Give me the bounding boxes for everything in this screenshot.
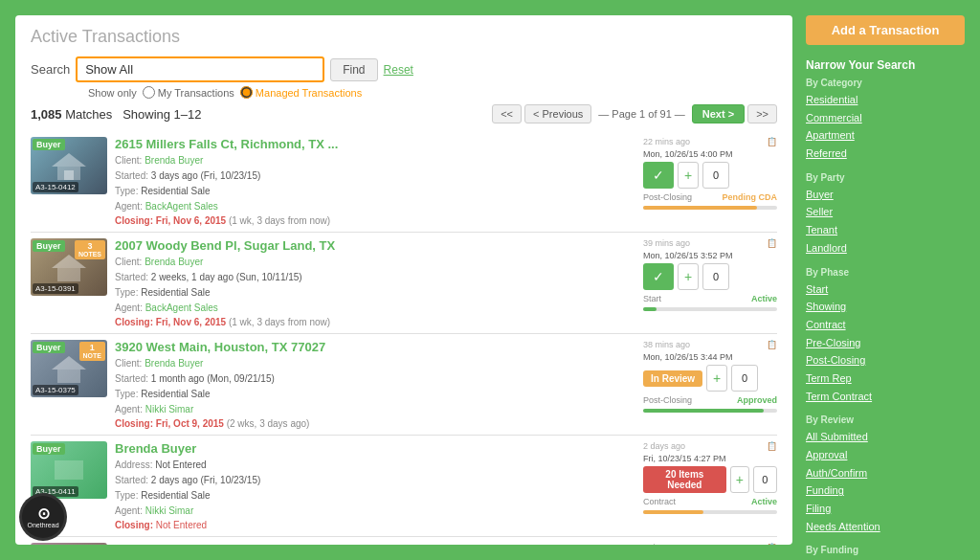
count-button[interactable]: 0 bbox=[702, 162, 729, 189]
sidebar-item-auth-confirm[interactable]: Auth/Confirm bbox=[806, 464, 965, 482]
add-button[interactable]: + bbox=[730, 466, 749, 493]
type-badge: Buyer bbox=[33, 342, 65, 353]
by-party-label: By Party bbox=[806, 172, 965, 183]
transaction-address[interactable]: 3920 West Main, Houston, TX 77027 bbox=[115, 340, 635, 354]
pagination-controls: << < Previous — Page 1 of 91 — Next > >> bbox=[492, 104, 777, 123]
sidebar-item-contract[interactable]: Contract bbox=[806, 316, 965, 334]
by-category-label: By Category bbox=[806, 78, 965, 88]
managed-transactions-radio[interactable]: Managed Transactions bbox=[240, 86, 362, 99]
add-transaction-button[interactable]: Add a Transaction bbox=[806, 15, 965, 45]
type-badge: Buyer bbox=[33, 139, 65, 150]
transaction-info: 2615 Millers Falls Ct, Richmond, TX ... … bbox=[115, 137, 635, 226]
sidebar-item-all-submitted[interactable]: All Submitted bbox=[806, 428, 965, 446]
sidebar-item-landlord[interactable]: Landlord bbox=[806, 239, 965, 258]
sidebar-item-funding[interactable]: Funding bbox=[806, 482, 965, 500]
sidebar-item-buyer[interactable]: Buyer bbox=[806, 186, 965, 204]
sidebar-item-pre-closing[interactable]: Pre-Closing bbox=[806, 334, 965, 352]
approve-button[interactable]: ✓ bbox=[643, 263, 674, 290]
count-button[interactable]: 0 bbox=[753, 466, 777, 493]
sidebar-item-filing[interactable]: Filing bbox=[806, 500, 965, 518]
type-badge: Buyer bbox=[33, 443, 65, 455]
sidebar-funding-section: By Funding Table Funding Standard Fundin… bbox=[806, 545, 965, 560]
sidebar-item-commercial[interactable]: Commercial bbox=[806, 109, 965, 127]
table-row: Buyer A3-15-0411 Brenda Buyer Address: N… bbox=[31, 436, 777, 537]
sidebar-item-showing[interactable]: Showing bbox=[806, 298, 965, 316]
sidebar-item-seller[interactable]: Seller bbox=[806, 203, 965, 221]
sidebar-item-referred[interactable]: Referred bbox=[806, 145, 965, 163]
updated-time: 38 mins ago 📋 bbox=[643, 340, 777, 349]
notes-badge: 1NOTE bbox=[79, 342, 105, 361]
approve-button[interactable]: ✓ bbox=[643, 162, 674, 189]
transaction-details: Address: Not Entered Started: 2 days ago… bbox=[115, 458, 635, 519]
snapshot-icon[interactable]: 📋 bbox=[767, 340, 777, 349]
transaction-status: 22 mins ago 📋 Mon, 10/26/15 4:00 PM ✓ + … bbox=[643, 137, 777, 226]
transaction-status: 2 days ago 📋 Fri, 10/23/15 4:27 PM 20 It… bbox=[643, 441, 777, 530]
table-row: Buyer 1NOTE A3-15-0407 2907 Zachary Bend… bbox=[31, 537, 777, 545]
sidebar-item-residential[interactable]: Residential bbox=[806, 91, 965, 109]
onethread-logo: ⊙ Onethread bbox=[19, 493, 67, 541]
show-only-label: Show only bbox=[88, 87, 137, 99]
updated-time: 22 mins ago 📋 bbox=[643, 137, 777, 146]
find-button[interactable]: Find bbox=[330, 58, 377, 81]
table-row: Buyer A3-15-0412 2615 Millers Falls Ct, … bbox=[31, 131, 777, 233]
search-bar: Search Find Reset bbox=[31, 56, 777, 82]
search-input[interactable] bbox=[76, 56, 324, 82]
transaction-address[interactable]: 2907 Zachary Bend Ln, Katy, TX 77494 bbox=[115, 543, 635, 545]
property-image: Buyer A3-15-0412 bbox=[31, 137, 107, 194]
narrow-search-title: Narrow Your Search bbox=[806, 58, 965, 72]
updated-time: 39 mins ago 📋 bbox=[643, 238, 777, 248]
snapshot-icon[interactable]: 📋 bbox=[767, 543, 777, 545]
in-review-button[interactable]: In Review bbox=[643, 370, 702, 387]
snapshot-icon[interactable]: 📋 bbox=[767, 137, 777, 146]
by-phase-label: By Phase bbox=[806, 267, 965, 278]
search-label: Search bbox=[31, 62, 70, 77]
transaction-details: Client: Brenda Buyer Started: 2 weeks, 1… bbox=[115, 255, 635, 316]
transaction-address[interactable]: 2007 Woody Bend Pl, Sugar Land, TX bbox=[115, 238, 635, 253]
first-page-button[interactable]: << bbox=[492, 104, 522, 123]
transaction-list: Buyer A3-15-0412 2615 Millers Falls Ct, … bbox=[31, 131, 777, 545]
sidebar-item-approval[interactable]: Approval bbox=[806, 446, 965, 464]
sidebar-phase-section: By Phase Start Showing Contract Pre-Clos… bbox=[806, 267, 965, 406]
updated-time: 2 days ago 📋 bbox=[643, 441, 777, 451]
sidebar-item-start[interactable]: Start bbox=[806, 280, 965, 299]
closing-date: Closing: Fri, Nov 6, 2015 (1 wk, 3 days … bbox=[115, 215, 635, 226]
sidebar-item-needs-attention[interactable]: Needs Attention bbox=[806, 518, 965, 536]
type-badge: Buyer bbox=[33, 240, 65, 252]
svg-rect-7 bbox=[55, 460, 83, 480]
next-page-button[interactable]: Next > bbox=[692, 104, 745, 123]
sidebar-item-term-rep[interactable]: Term Rep bbox=[806, 370, 965, 388]
sidebar: Add a Transaction Narrow Your Search By … bbox=[792, 15, 965, 545]
closing-date: Closing: Not Entered bbox=[115, 520, 635, 530]
transaction-id: A3-15-0391 bbox=[33, 283, 78, 294]
transaction-status: 3 days ago 📋 Fri, 10/23/15 12:48 PM ✓ + … bbox=[643, 543, 777, 545]
add-button[interactable]: + bbox=[678, 263, 699, 290]
add-button[interactable]: + bbox=[678, 162, 699, 189]
snapshot-icon[interactable]: 📋 bbox=[767, 238, 777, 248]
transaction-id: A3-15-0375 bbox=[33, 385, 78, 395]
snapshot-icon[interactable]: 📋 bbox=[767, 441, 777, 451]
notes-badge: 3NOTES bbox=[75, 240, 105, 259]
sidebar-item-post-closing[interactable]: Post-Closing bbox=[806, 351, 965, 370]
transaction-id: A3-15-0412 bbox=[33, 182, 78, 192]
prev-page-button[interactable]: < Previous bbox=[524, 104, 591, 123]
my-transactions-radio[interactable]: My Transactions bbox=[143, 86, 234, 99]
property-image: Buyer 3NOTES A3-15-0391 bbox=[31, 238, 107, 296]
transaction-details: Client: Brenda Buyer Started: 3 days ago… bbox=[115, 153, 635, 214]
table-row: Buyer 3NOTES A3-15-0391 2007 Woody Bend … bbox=[31, 233, 777, 334]
transaction-address[interactable]: 2615 Millers Falls Ct, Richmond, TX ... bbox=[115, 137, 635, 151]
sidebar-review-section: By Review All Submitted Approval Auth/Co… bbox=[806, 414, 965, 535]
last-page-button[interactable]: >> bbox=[747, 104, 777, 123]
items-needed-button[interactable]: 20 Items Needed bbox=[643, 466, 726, 493]
sidebar-item-apartment[interactable]: Apartment bbox=[806, 126, 965, 145]
updated-time: 3 days ago 📋 bbox=[643, 543, 777, 545]
svg-marker-0 bbox=[52, 153, 86, 167]
add-button[interactable]: + bbox=[706, 365, 727, 392]
count-button[interactable]: 0 bbox=[702, 263, 729, 290]
sidebar-item-term-contract[interactable]: Term Contract bbox=[806, 388, 965, 406]
transaction-address[interactable]: Brenda Buyer bbox=[115, 441, 635, 456]
transaction-status: 38 mins ago 📋 Mon, 10/26/15 3:44 PM In R… bbox=[643, 340, 777, 429]
sidebar-item-tenant[interactable]: Tenant bbox=[806, 221, 965, 239]
closing-date: Closing: Fri, Oct 9, 2015 (2 wks, 3 days… bbox=[115, 418, 635, 429]
count-button[interactable]: 0 bbox=[731, 365, 758, 392]
reset-button[interactable]: Reset bbox=[384, 63, 413, 77]
